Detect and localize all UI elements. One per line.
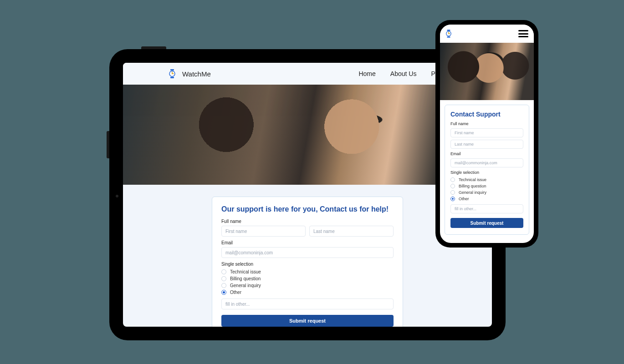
radio-label: Other <box>459 197 469 201</box>
tablet-contact-form: Our support is here for you, Contact us … <box>212 197 403 327</box>
phone-hero-image <box>440 43 534 100</box>
submit-button[interactable]: Submit request <box>450 218 523 228</box>
radio-general[interactable]: General inquiry <box>450 189 523 196</box>
full-name-label: Full name <box>450 121 523 126</box>
tablet-power-button <box>107 131 109 158</box>
tablet-volume-button <box>141 46 166 49</box>
submit-button[interactable]: Submit request <box>221 315 394 327</box>
watch-icon[interactable] <box>445 30 452 38</box>
radio-technical[interactable]: Technical issue <box>450 177 523 183</box>
radio-label: Technical issue <box>230 269 261 274</box>
radio-billing[interactable]: Billing question <box>450 183 523 189</box>
svg-rect-1 <box>170 77 174 78</box>
other-input[interactable] <box>450 204 523 213</box>
svg-rect-6 <box>447 36 450 38</box>
nav-home[interactable]: Home <box>358 70 375 77</box>
form-title: Contact Support <box>450 111 523 118</box>
email-input[interactable] <box>450 158 523 167</box>
email-label: Email <box>221 240 394 245</box>
brand-name: WatchMe <box>182 70 211 78</box>
last-name-input[interactable] <box>450 140 523 149</box>
radio-label: Other <box>230 290 241 295</box>
radio-icon <box>221 269 226 274</box>
single-selection-label: Single selection <box>450 170 523 175</box>
email-label: Email <box>450 152 523 156</box>
radio-icon <box>450 184 455 188</box>
other-input[interactable] <box>221 298 394 309</box>
radio-label: General inquiry <box>230 283 261 288</box>
full-name-label: Full name <box>221 219 394 224</box>
phone-header <box>440 25 534 43</box>
radio-icon <box>221 283 226 288</box>
radio-label: Billing question <box>459 184 486 188</box>
radio-label: General inquiry <box>459 190 486 195</box>
radio-technical[interactable]: Technical issue <box>221 268 394 275</box>
nav-about[interactable]: About Us <box>390 70 417 77</box>
phone-contact-form: Contact Support Full name Email Single s… <box>445 105 529 235</box>
radio-icon <box>221 290 226 295</box>
hamburger-menu-icon[interactable] <box>518 30 528 37</box>
brand-logo[interactable]: WatchMe <box>169 69 211 78</box>
phone-screen: Contact Support Full name Email Single s… <box>440 25 534 243</box>
first-name-input[interactable] <box>450 128 523 137</box>
radio-label: Billing question <box>230 276 261 281</box>
last-name-input[interactable] <box>309 226 394 237</box>
radio-icon <box>221 276 226 281</box>
first-name-input[interactable] <box>221 226 306 237</box>
email-input[interactable] <box>221 247 394 258</box>
radio-icon <box>450 197 455 201</box>
single-selection-label: Single selection <box>221 262 394 267</box>
radio-icon <box>450 177 455 182</box>
radio-label: Technical issue <box>459 177 486 182</box>
svg-rect-0 <box>170 69 174 71</box>
radio-other[interactable]: Other <box>450 196 523 202</box>
form-title: Our support is here for you, Contact us … <box>221 205 394 213</box>
radio-icon <box>450 190 455 195</box>
radio-other[interactable]: Other <box>221 289 394 296</box>
watch-icon <box>169 69 176 78</box>
phone-device: Contact Support Full name Email Single s… <box>435 20 538 248</box>
svg-rect-5 <box>447 30 450 31</box>
radio-general[interactable]: General inquiry <box>221 282 394 289</box>
radio-billing[interactable]: Billing question <box>221 275 394 282</box>
tablet-camera-icon <box>116 195 118 197</box>
